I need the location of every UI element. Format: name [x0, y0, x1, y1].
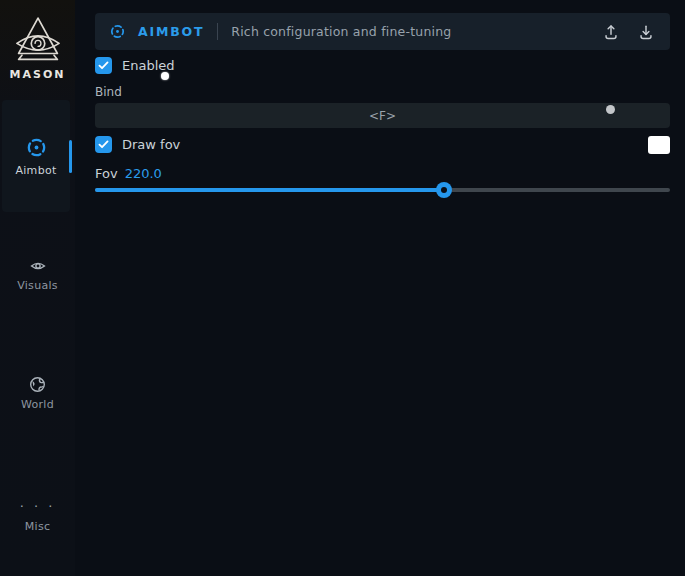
enabled-checkbox[interactable]: [95, 57, 112, 74]
page-title: AIMBOT: [138, 24, 204, 39]
sidebar-item-world[interactable]: World: [0, 376, 75, 411]
sidebar-item-label: Misc: [0, 520, 75, 533]
fov-color-swatch[interactable]: [648, 136, 670, 154]
globe-icon: [0, 376, 75, 393]
bind-input[interactable]: <F>: [95, 103, 670, 128]
upload-icon[interactable]: [601, 22, 621, 42]
header-divider: [217, 23, 218, 40]
draw-fov-row: Draw fov: [95, 136, 180, 153]
draw-fov-label: Draw fov: [122, 137, 180, 152]
sidebar-item-label: World: [0, 398, 75, 411]
fov-row: Fov 220.0: [95, 166, 162, 181]
fov-slider-handle[interactable]: [436, 182, 452, 198]
draw-fov-checkbox[interactable]: [95, 136, 112, 153]
pyramid-eye-icon: [0, 14, 75, 66]
download-icon[interactable]: [636, 22, 656, 42]
crosshair-icon: [25, 136, 48, 159]
page-subtitle: Rich configuration and fine-tuning: [231, 24, 451, 39]
sidebar-item-aimbot[interactable]: Aimbot: [2, 100, 70, 212]
bind-value: <F>: [369, 109, 396, 123]
sidebar-item-label: Aimbot: [15, 164, 56, 177]
sidebar-item-misc[interactable]: · · · Misc: [0, 496, 75, 533]
eye-icon: [0, 258, 75, 274]
sidebar: MASON Aimbot Visuals: [0, 0, 75, 576]
bind-label: Bind: [95, 85, 122, 99]
main-panel: AIMBOT Rich configuration and fine-tunin…: [75, 0, 685, 576]
logo: MASON: [0, 14, 75, 81]
enabled-label: Enabled: [122, 58, 175, 73]
mouse-cursor-dot: [161, 72, 169, 80]
page-header: AIMBOT Rich configuration and fine-tunin…: [95, 13, 670, 50]
fov-value: 220.0: [125, 166, 162, 181]
fov-label: Fov: [95, 166, 118, 181]
selected-indicator-bar: [69, 140, 72, 173]
crosshair-icon: [109, 23, 126, 40]
sidebar-item-visuals[interactable]: Visuals: [0, 258, 75, 292]
app-window: MASON Aimbot Visuals: [0, 0, 685, 576]
bind-field-dot: [606, 105, 615, 114]
sidebar-item-label: Visuals: [0, 279, 75, 292]
logo-text: MASON: [0, 68, 75, 81]
fov-slider[interactable]: [95, 182, 670, 198]
fov-slider-fill: [95, 188, 444, 192]
ellipsis-icon: · · ·: [20, 499, 56, 514]
